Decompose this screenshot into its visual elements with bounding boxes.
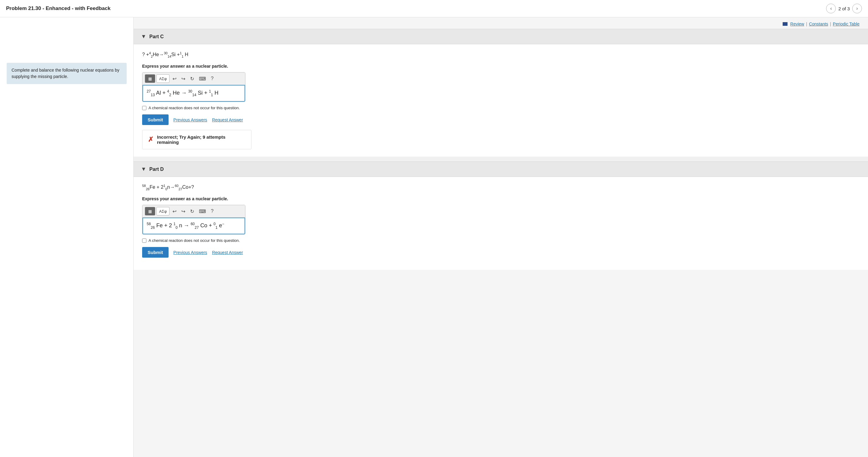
part-c-section: ▼ Part C ? +42He→3014Si +11 H Express yo…: [134, 29, 868, 157]
part-d-instruction: Express your answer as a nuclear particl…: [142, 196, 860, 201]
nav-count: 2 of 3: [838, 6, 850, 11]
part-d-body: 5826Fe + 210n→6027Co+? Express your answ…: [134, 177, 868, 270]
part-c-matrix-btn[interactable]: ▦: [145, 74, 155, 83]
part-d-redo-btn[interactable]: ↪: [180, 207, 187, 215]
part-c-redo-btn[interactable]: ↪: [180, 75, 187, 83]
part-d-keyboard-btn[interactable]: ⌨: [197, 207, 208, 215]
part-d-alpha-btn[interactable]: ΑΣφ: [156, 207, 169, 216]
sidebar: Complete and balance the following nucle…: [0, 17, 134, 457]
review-link[interactable]: Review: [790, 22, 804, 26]
part-c-alpha-btn[interactable]: ΑΣφ: [156, 74, 169, 83]
part-c-keyboard-btn[interactable]: ⌨: [197, 75, 208, 83]
part-d-math-content: 5826 Fe + 2 10 n → 6027 Co + 01 e−: [147, 221, 224, 231]
alpha-icon-d: ΑΣφ: [159, 209, 167, 214]
page-title: Problem 21.30 - Enhanced - with Feedback: [6, 5, 111, 11]
part-d-help-btn[interactable]: ?: [209, 207, 215, 215]
part-d-undo-btn[interactable]: ↩: [171, 207, 178, 215]
navigation-controls: ‹ 2 of 3 ›: [826, 4, 862, 13]
part-c-no-reaction-checkbox[interactable]: [142, 106, 146, 110]
part-c-checkbox-row: A chemical reaction does not occur for t…: [142, 106, 860, 110]
section-divider: [134, 157, 868, 161]
part-c-header: ▼ Part C: [134, 29, 868, 44]
part-c-refresh-btn[interactable]: ↻: [188, 75, 196, 83]
top-links-bar: Review | Constants | Periodic Table: [134, 17, 868, 29]
prev-nav-button[interactable]: ‹: [826, 4, 836, 13]
part-c-collapse-btn[interactable]: ▼: [141, 33, 146, 40]
matrix-icon-d: ▦: [148, 209, 152, 214]
part-d-submit-button[interactable]: Submit: [142, 247, 168, 258]
pipe-2: |: [830, 22, 831, 26]
part-d-checkbox-row: A chemical reaction does not occur for t…: [142, 238, 860, 243]
pipe-1: |: [806, 22, 807, 26]
review-icon: [783, 22, 787, 26]
part-d-request-answer-link[interactable]: Request Answer: [212, 250, 243, 255]
part-d-equation: 5826Fe + 210n→6027Co+?: [142, 183, 860, 192]
part-c-math-input[interactable]: 2713 Al + 42 He → 3014 Si + 11 H: [143, 85, 245, 102]
incorrect-icon: ✗: [148, 136, 153, 143]
part-c-request-answer-link[interactable]: Request Answer: [212, 118, 243, 122]
part-d-label: Part D: [149, 167, 164, 172]
part-c-previous-answers-link[interactable]: Previous Answers: [174, 118, 207, 122]
alpha-icon: ΑΣφ: [159, 76, 167, 81]
part-d-checkbox-label: A chemical reaction does not occur for t…: [149, 238, 240, 243]
part-d-no-reaction-checkbox[interactable]: [142, 238, 146, 243]
part-c-undo-btn[interactable]: ↩: [171, 75, 178, 83]
part-c-action-row: Submit Previous Answers Request Answer: [142, 115, 860, 125]
part-c-feedback-text: Incorrect; Try Again; 9 attempts remaini…: [157, 134, 246, 145]
matrix-icon: ▦: [148, 76, 152, 81]
part-d-matrix-btn[interactable]: ▦: [145, 207, 155, 216]
part-c-checkbox-label: A chemical reaction does not occur for t…: [149, 106, 240, 110]
part-c-equation: ? +42He→3014Si +11 H: [142, 51, 860, 60]
periodic-table-link[interactable]: Periodic Table: [833, 22, 860, 26]
next-nav-button[interactable]: ›: [852, 4, 862, 13]
page-header: Problem 21.30 - Enhanced - with Feedback…: [0, 0, 868, 17]
part-c-label: Part C: [149, 34, 164, 39]
part-c-toolbar: ▦ ΑΣφ ↩ ↪ ↻ ⌨ ?: [143, 72, 245, 85]
part-d-math-input[interactable]: 5826 Fe + 2 10 n → 6027 Co + 01 e−: [143, 218, 245, 234]
part-d-section: ▼ Part D 5826Fe + 210n→6027Co+? Express …: [134, 161, 868, 270]
part-c-math-content: 2713 Al + 42 He → 3014 Si + 11 H: [147, 89, 218, 98]
part-d-toolbar: ▦ ΑΣφ ↩ ↪ ↻ ⌨ ?: [143, 205, 245, 218]
main-content: Review | Constants | Periodic Table ▼ Pa…: [134, 17, 868, 457]
constants-link[interactable]: Constants: [809, 22, 828, 26]
part-d-previous-answers-link[interactable]: Previous Answers: [174, 250, 207, 255]
part-d-math-editor: ▦ ΑΣφ ↩ ↪ ↻ ⌨ ? 5826 Fe + 2 10 n → 602: [142, 205, 245, 235]
part-d-refresh-btn[interactable]: ↻: [188, 207, 196, 215]
part-c-math-editor: ▦ ΑΣφ ↩ ↪ ↻ ⌨ ? 2713 Al + 42 He → 3014: [142, 72, 245, 102]
part-d-header: ▼ Part D: [134, 161, 868, 177]
sidebar-instruction: Complete and balance the following nucle…: [7, 63, 127, 84]
part-c-body: ? +42He→3014Si +11 H Express your answer…: [134, 44, 868, 157]
part-c-help-btn[interactable]: ?: [209, 75, 215, 82]
part-d-action-row: Submit Previous Answers Request Answer: [142, 247, 860, 258]
part-c-feedback-box: ✗ Incorrect; Try Again; 9 attempts remai…: [142, 130, 251, 149]
part-c-submit-button[interactable]: Submit: [142, 115, 168, 125]
main-layout: Complete and balance the following nucle…: [0, 17, 868, 457]
sidebar-content: Complete and balance the following nucle…: [0, 17, 133, 90]
part-c-instruction: Express your answer as a nuclear particl…: [142, 64, 860, 69]
part-d-collapse-btn[interactable]: ▼: [141, 166, 146, 172]
